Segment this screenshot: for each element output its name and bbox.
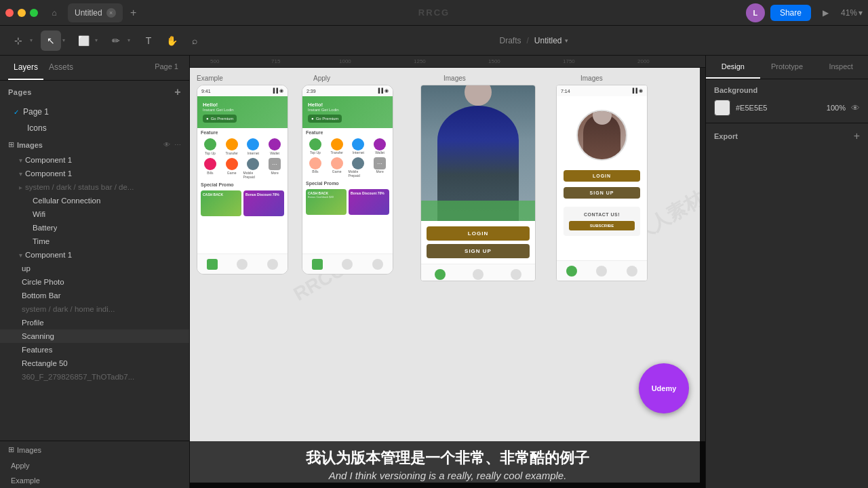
close-button[interactable]	[5, 9, 14, 17]
layer-item[interactable]: Wifi	[0, 207, 189, 221]
cashback-label: CASH BACK	[203, 192, 239, 197]
signup-btn[interactable]: SIGN UP	[564, 187, 640, 199]
layer-item[interactable]: system / dark / home indi...	[0, 302, 189, 316]
zoom-level[interactable]: 41% ▾	[841, 8, 863, 18]
layer-item[interactable]: 360_F_279826857_ThOTadb7...	[0, 370, 189, 384]
traffic-lights	[5, 9, 38, 17]
ruler-mark: 1000	[339, 58, 351, 64]
active-tab[interactable]: Untitled ×	[68, 3, 123, 22]
icon-circle	[204, 138, 216, 150]
apply-group-header[interactable]: Apply	[0, 458, 189, 473]
images-group-header[interactable]: ⊞ Images	[0, 441, 189, 458]
select-tool-arrow: ▾	[62, 37, 65, 43]
bg-opacity[interactable]: 100%	[827, 104, 846, 112]
home-icon[interactable]: ⌂	[45, 3, 64, 22]
image-frame-person: LOGIN SIGN UP	[420, 85, 536, 281]
eye-toggle-icon[interactable]: 👁	[851, 103, 860, 113]
zoom-tool-button[interactable]: ⌕	[184, 30, 205, 51]
toolbar-center: Drafts / Untitled ▾	[208, 36, 860, 45]
prototype-tab[interactable]: Prototype	[760, 56, 814, 79]
pen-tool-button[interactable]: ✏	[106, 30, 126, 51]
nav-item[interactable]	[342, 259, 353, 270]
login-btn[interactable]: LOGIN	[564, 170, 640, 182]
nav-dot[interactable]	[627, 266, 637, 277]
design-tab[interactable]: Design	[706, 56, 760, 79]
nav-dot[interactable]	[435, 269, 446, 280]
play-button[interactable]: ▶	[816, 3, 835, 22]
page-item-icons[interactable]: Icons	[0, 120, 189, 136]
layer-item[interactable]: ▸ system / dark / status bar / de...	[0, 180, 189, 194]
canvas-area[interactable]: 500 715 1000 1250 1500 1750 2000 2250 25…	[190, 56, 705, 488]
hello-text: Hello!	[308, 102, 387, 108]
bg-color-swatch[interactable]	[714, 100, 730, 116]
layer-item[interactable]: Cellular Connection	[0, 194, 189, 207]
layer-item[interactable]: Rectangle 50	[0, 357, 189, 370]
nav-item-scan[interactable]	[237, 259, 248, 270]
icon-cell-game: Game	[222, 158, 242, 179]
promo-card-cashback: CASH BACK	[201, 190, 241, 216]
bottom-nav-apply	[302, 253, 393, 274]
signup-button[interactable]: SIGN UP	[427, 244, 530, 258]
assets-tab[interactable]: Assets	[43, 56, 79, 80]
user-avatar[interactable]: L	[746, 3, 765, 22]
status-bar: 2:39 ▐▐ ◉	[302, 85, 393, 96]
export-add-button[interactable]: +	[854, 130, 860, 142]
go-premium-btn[interactable]: ● Go Premium	[203, 115, 237, 123]
select-tool-button[interactable]: ↖	[41, 30, 61, 51]
layer-item[interactable]: Bottom Bar	[0, 289, 189, 302]
example-group-header[interactable]: Example	[0, 473, 189, 488]
nav-dot[interactable]	[596, 266, 607, 277]
nav-dot[interactable]	[473, 269, 484, 280]
layer-item[interactable]: Features	[0, 343, 189, 357]
bg-color-hex[interactable]: #E5E5E5	[736, 104, 821, 112]
icons-grid-row2: Bills Game Mobile Prepaid ⋯	[197, 157, 288, 180]
nav-item-profile[interactable]	[267, 259, 278, 270]
nav-item[interactable]	[312, 259, 323, 270]
go-premium-btn-apply[interactable]: ● Go Premium	[308, 115, 342, 123]
maximize-button[interactable]	[30, 9, 38, 17]
frame-tool-arrow: ▾	[95, 37, 98, 43]
share-button[interactable]: Share	[770, 5, 811, 21]
layer-item[interactable]: ▾ Component 1	[0, 153, 189, 167]
subscribe-btn[interactable]: SUBSCRIBE	[569, 221, 635, 230]
layers-tab[interactable]: Layers	[8, 56, 43, 80]
status-bar: 9:41 ▐▐ ◉	[197, 85, 288, 96]
tab-bar: Untitled × +	[68, 3, 746, 22]
status-icons: ▐▐ ◉	[376, 88, 389, 94]
layer-item[interactable]: ▾ Component 1	[0, 248, 189, 262]
new-tab-button[interactable]: +	[125, 5, 142, 21]
layers-more-icon[interactable]: ⋯	[174, 141, 181, 148]
nav-dot[interactable]	[566, 266, 577, 277]
nav-item[interactable]	[372, 259, 383, 270]
frames-container: 9:41 ▐▐ ◉ Hello! Instant Get Lodin ● Go …	[197, 85, 648, 281]
profile-avatar	[576, 110, 627, 161]
hand-tool-button[interactable]: ✋	[161, 30, 182, 51]
move-tool-button[interactable]: ⊹	[8, 30, 28, 51]
minimize-button[interactable]	[18, 9, 26, 17]
tab-close-button[interactable]: ×	[106, 8, 116, 18]
green-header: Hello! Instant Get Lodin ● Go Premium	[197, 96, 288, 128]
canvas-content[interactable]: RRCG 人人素材 RRCG 人人素材 Example Apply Images…	[190, 68, 705, 488]
page-item-page1[interactable]: ✓ Page 1	[0, 104, 189, 120]
layer-item[interactable]: Circle Photo	[0, 275, 189, 289]
nav-item-home[interactable]	[207, 259, 218, 270]
promo-cashback: CASH BACK Bonus Cashback $40	[306, 189, 347, 215]
layer-item[interactable]: up	[0, 262, 189, 275]
file-name[interactable]: Untitled ▾	[534, 36, 568, 45]
layer-item[interactable]: Battery	[0, 221, 189, 235]
move-tool-arrow: ▾	[30, 37, 33, 43]
login-button[interactable]: LOGIN	[427, 226, 530, 241]
text-tool-button[interactable]: T	[138, 30, 159, 51]
frame-tool-button[interactable]: ⬜	[73, 30, 94, 51]
layer-item[interactable]: ▾ Component 1	[0, 167, 189, 180]
vertical-scrollbar[interactable]	[700, 68, 705, 483]
layers-hide-icon[interactable]: 👁	[163, 141, 170, 148]
nav-dot[interactable]	[511, 269, 521, 280]
layer-item-scanning[interactable]: Scanning	[0, 329, 189, 343]
bg-color-row: #E5E5E5 100% 👁	[714, 100, 860, 116]
inspect-tab[interactable]: Inspect	[814, 56, 868, 79]
layer-item[interactable]: Profile	[0, 316, 189, 329]
add-page-button[interactable]: +	[174, 86, 181, 98]
layer-item[interactable]: Time	[0, 235, 189, 248]
layers-list: ▾ Component 1 ▾ Component 1 ▸ system / d…	[0, 153, 189, 441]
